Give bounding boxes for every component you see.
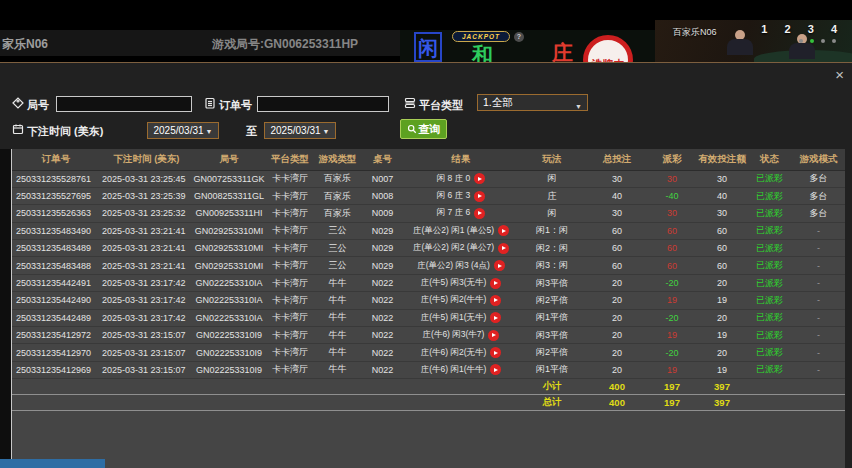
bet-record-cell: 20 [587,309,647,326]
bet-record-row: 2503312355287612025-03-31 23:25:45GN0072… [12,170,845,187]
bet-record-cell: 250331235442491 [12,274,100,291]
bet-record-cell: 已派彩 [747,309,792,326]
bet-record-cell: 20 [587,274,647,291]
bet-record-cell: 250331235442489 [12,309,100,326]
bet-record-cell: 60 [587,240,647,257]
bet-record-cell: 250331235412970 [12,344,100,361]
bet-record-cell: 19 [697,292,747,309]
bet-record-row: 2503312354129692025-03-31 23:15:07GN0222… [12,361,845,378]
bet-record-cell: 30 [647,205,697,222]
bet-record-cell: GN022253310IA [193,274,265,291]
video-thumbnail[interactable]: 百家乐N06 1 2 3 4 [655,20,852,62]
bet-record-cell: 三公 [315,240,360,257]
replay-play-icon[interactable] [498,225,509,236]
round-no-input[interactable] [56,96,192,112]
chevron-down-icon: ▼ [323,128,330,135]
bet-record-cell: N022 [360,292,405,309]
column-header: 总投注 [587,149,647,170]
column-header: 平台类型 [265,149,315,170]
result-text: 庄(单公2) 闲1 (单公5) [413,225,494,237]
platform-list-icon [404,97,416,109]
bet-record-cell: 牛牛 [315,344,360,361]
column-header: 下注时间 (美东) [100,149,193,170]
bet-record-cell: - [792,222,845,239]
bet-record-cell: 已派彩 [747,257,792,274]
order-no-label: 订单号 [219,98,252,113]
bet-record-cell: 2025-03-31 23:15:07 [100,327,193,344]
bet-record-row: 2503312354424892025-03-31 23:17:42GN0222… [12,309,845,326]
bet-record-cell: 250331235483488 [12,257,100,274]
bet-record-cell: 已派彩 [747,361,792,378]
table-name-label: 家乐N06 [2,36,48,53]
date-from-picker[interactable]: 2025/03/31▼ [147,122,219,139]
table-header-row: 订单号下注时间 (美东)局号平台类型游戏类型桌号结果玩法总投注派彩有效投注额状态… [12,149,845,170]
bet-record-cell: 60 [697,240,747,257]
search-button-label: 查询 [419,122,441,137]
bet-record-row: 2503312354129722025-03-31 23:15:07GN0222… [12,327,845,344]
bet-record-cell: 2025-03-31 23:17:42 [100,309,193,326]
order-no-input[interactable] [257,96,389,112]
bet-record-cell: 60 [587,257,647,274]
total-value: 400 [587,395,647,411]
replay-play-icon[interactable] [474,173,485,184]
replay-play-icon[interactable] [498,243,509,254]
bet-record-cell: 闲3：闲 [517,257,587,274]
bet-record-cell: GN022253310I9 [193,344,265,361]
bet-record-row: 2503312354834882025-03-31 23:21:41GN0292… [12,257,845,274]
column-header: 有效投注额 [697,149,747,170]
bet-record-cell: 卡卡湾厅 [265,361,315,378]
player-bet-zone[interactable]: 闲 [414,32,442,62]
bet-record-cell: - [792,292,845,309]
bet-record-cell: 牛牛 [315,292,360,309]
replay-play-icon[interactable] [474,208,485,219]
replay-play-icon[interactable] [490,347,501,358]
bet-record-cell: 已派彩 [747,222,792,239]
bet-record-cell: GN022253310I9 [193,327,265,344]
bet-record-cell: 庄(牛6) 闲3(牛7) [405,327,517,344]
bet-record-cell: 卡卡湾厅 [265,309,315,326]
tag-icon [12,97,24,109]
result-text: 闲 8 庄 0 [437,173,471,185]
column-header: 派彩 [647,149,697,170]
result-text: 闲 7 庄 6 [437,207,471,219]
bet-record-cell: 250331235483490 [12,222,100,239]
bet-record-cell: 250331235526363 [12,205,100,222]
taskbar-fragment [0,459,105,468]
replay-play-icon[interactable] [474,191,485,202]
bet-record-cell: -20 [647,274,697,291]
bet-record-cell: 庄(牛5) 闲1(无牛) [405,309,517,326]
bet-record-cell: N022 [360,309,405,326]
replay-play-icon[interactable] [490,278,501,289]
bet-record-cell: 闲2平倍 [517,344,587,361]
bet-record-cell: 60 [647,257,697,274]
replay-play-icon[interactable] [494,260,505,271]
bet-record-cell: GN009253311HI [193,205,265,222]
column-header: 结果 [405,149,517,170]
bet-record-cell: 卡卡湾厅 [265,274,315,291]
bet-record-cell: 闲 [517,205,587,222]
replay-play-icon[interactable] [490,295,501,306]
bet-record-cell: 60 [697,222,747,239]
replay-play-icon[interactable] [488,330,499,341]
bet-record-cell: N009 [360,205,405,222]
bet-record-cell: 40 [697,187,747,204]
bet-record-cell: 卡卡湾厅 [265,257,315,274]
close-icon[interactable]: × [835,68,844,82]
bet-record-row: 2503312354424902025-03-31 23:17:42GN0222… [12,292,845,309]
bet-record-cell: N029 [360,222,405,239]
bet-record-row: 2503312354424912025-03-31 23:17:42GN0222… [12,274,845,291]
column-header: 状态 [747,149,792,170]
bet-record-cell: 牛牛 [315,309,360,326]
search-button[interactable]: 查询 [400,119,447,139]
platform-select[interactable]: 1.全部 ▼ [477,94,588,111]
result-text: 庄(牛6) 闲3(牛7) [423,329,485,341]
bet-record-cell: 卡卡湾厅 [265,344,315,361]
replay-play-icon[interactable] [490,312,501,323]
bet-record-cell: 已派彩 [747,274,792,291]
replay-play-icon[interactable] [490,364,501,375]
help-icon[interactable]: ? [514,32,524,42]
bet-record-cell: N022 [360,361,405,378]
bet-record-cell: 250331235442490 [12,292,100,309]
date-to-picker[interactable]: 2025/03/31▼ [264,122,336,139]
bet-record-cell: 19 [647,327,697,344]
